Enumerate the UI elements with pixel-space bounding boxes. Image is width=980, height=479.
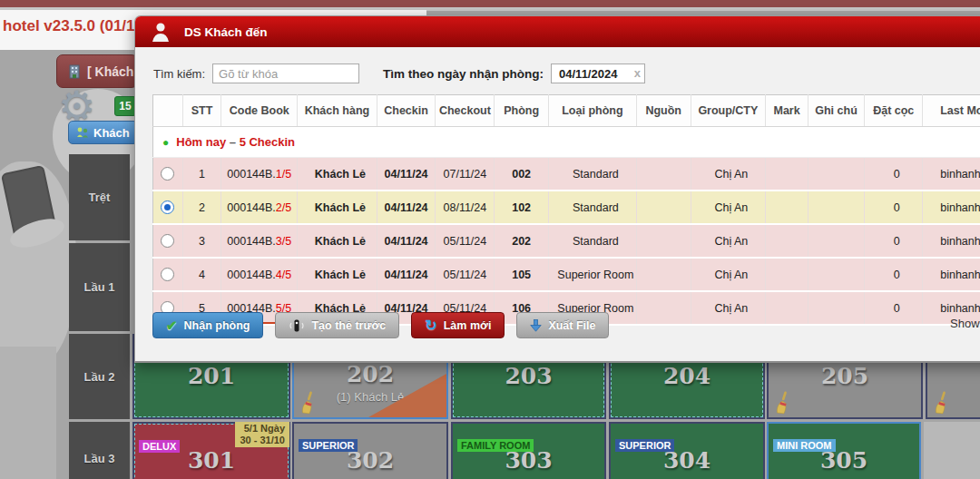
col-checkin[interactable]: Checkin xyxy=(377,95,436,127)
broom-icon xyxy=(298,391,318,415)
row-radio-checked[interactable] xyxy=(161,200,174,214)
cell-checkout: 07/11/24 xyxy=(436,158,495,191)
cell-source xyxy=(636,224,691,258)
cell-deposit: 0 xyxy=(865,291,923,325)
cell-checkout: 08/11/24 xyxy=(436,191,495,224)
cell-guest: Khách Lẻ xyxy=(298,224,377,258)
room-304[interactable]: SUPERIOR 304 xyxy=(609,422,765,479)
cell-note xyxy=(808,258,864,291)
room-301[interactable]: DELUX 5/1 Ngày 30 - 31/10 301 xyxy=(132,422,290,479)
cell-checkin: 04/11/24 xyxy=(377,224,436,258)
app-window: hotel v23.5.0 (01/11/2 [ Khách ⚙ 15 Khác… xyxy=(0,0,980,479)
table-header-row: STT Code Book Khách hàng Checkin Checkou… xyxy=(153,95,980,127)
cell-room-type: Standard xyxy=(548,191,636,224)
cell-note xyxy=(808,291,864,325)
top-red-bar xyxy=(0,0,980,7)
col-room[interactable]: Phòng xyxy=(495,95,549,127)
cell-mark xyxy=(766,291,808,325)
col-deposit[interactable]: Đặt cọc xyxy=(865,95,923,127)
col-source[interactable]: Nguồn xyxy=(636,95,691,127)
cell-checkout: 05/11/24 xyxy=(436,258,495,291)
cell-source xyxy=(636,158,691,191)
refresh-button[interactable]: ↻ Làm mới xyxy=(411,312,505,338)
col-stt[interactable]: STT xyxy=(182,95,221,127)
guest-button-label: Khách xyxy=(93,126,130,140)
room-303[interactable]: FAMILY ROOM 303 xyxy=(451,422,606,479)
guest-table: STT Code Book Khách hàng Checkin Checkou… xyxy=(152,94,980,326)
guest-arrival-dialog: DS Khách đến Tìm kiếm: Tìm theo ngày nhậ… xyxy=(134,15,980,363)
cell-checkin: 04/11/24 xyxy=(377,158,436,191)
cell-room: 102 xyxy=(495,191,549,224)
broom-icon xyxy=(772,391,792,415)
date-filter-input[interactable] xyxy=(551,64,645,83)
refresh-icon: ↻ xyxy=(425,318,436,333)
floor-label-tret[interactable]: Trệt xyxy=(69,154,130,240)
show-label: Show xyxy=(950,317,980,330)
download-arrow-icon xyxy=(530,319,542,332)
group-count: 5 Checkin xyxy=(240,135,295,149)
guest-row-2-selected[interactable]: 2 000144B.2/5 Khách Lẻ 04/11/24 08/11/24… xyxy=(153,191,980,224)
cell-source xyxy=(636,191,691,224)
col-group[interactable]: Group/CTY xyxy=(691,95,766,127)
check-icon: ✔ xyxy=(166,318,178,334)
clear-date-icon[interactable]: x xyxy=(634,66,641,80)
cell-stt: 2 xyxy=(182,191,221,224)
cell-deposit: 0 xyxy=(865,224,923,258)
cell-last-mod: binhanhote xyxy=(923,158,980,191)
create-card-button[interactable]: Tạo thẻ trước xyxy=(275,312,399,338)
cell-room-type: Standard xyxy=(548,158,636,191)
cell-stt: 1 xyxy=(182,158,221,191)
checkin-button[interactable]: ✔ Nhận phòng xyxy=(152,312,263,338)
cell-last-mod: binhanhote xyxy=(923,191,980,224)
dialog-header[interactable]: DS Khách đến xyxy=(135,16,980,47)
dialog-button-bar: ✔ Nhận phòng Tạo thẻ trước ↻ Làm mới Xuấ… xyxy=(152,312,609,338)
cell-mark xyxy=(766,158,808,191)
row-radio[interactable] xyxy=(161,167,174,181)
floor-label-lau3[interactable]: Lầu 3 xyxy=(69,422,130,479)
col-note[interactable]: Ghi chú xyxy=(808,95,864,127)
room-305-type-label: MINI ROOM xyxy=(773,439,836,452)
guest-row-3[interactable]: 3 000144B.3/5 Khách Lẻ 04/11/24 05/11/24… xyxy=(153,224,980,258)
cell-room-type: Superior Room xyxy=(548,258,636,291)
cell-last-mod: binhanhote xyxy=(923,224,980,258)
cell-room: 202 xyxy=(495,224,549,258)
floor-label-lau1[interactable]: Lầu 1 xyxy=(69,243,130,331)
room-304-type-label: SUPERIOR xyxy=(615,439,674,452)
room-301-type-label: DELUX xyxy=(139,440,180,453)
people-icon xyxy=(76,126,89,139)
cell-code: 000144B.3/5 xyxy=(221,224,298,258)
room-305[interactable]: MINI ROOM 305 xyxy=(767,422,921,479)
col-mark[interactable]: Mark xyxy=(766,95,808,127)
search-input[interactable] xyxy=(212,64,359,83)
cell-code: 000144B.4/5 xyxy=(221,258,298,291)
tab-khach-label: [ Khách xyxy=(87,64,133,79)
col-code-book[interactable]: Code Book xyxy=(221,95,298,127)
cell-code: 000144B.2/5 xyxy=(221,191,298,224)
room-302[interactable]: SUPERIOR 302 xyxy=(292,422,448,479)
group-title: Hôm nay xyxy=(176,135,226,149)
cell-deposit: 0 xyxy=(865,258,923,291)
cell-note xyxy=(808,191,864,224)
col-room-type[interactable]: Loại phòng xyxy=(548,95,636,127)
room-303-type-label: FAMILY ROOM xyxy=(457,439,534,452)
cell-mark xyxy=(766,258,808,291)
row-radio[interactable] xyxy=(161,268,174,281)
col-last-mod[interactable]: Last Mod xyxy=(923,95,980,127)
cell-mark xyxy=(766,224,808,258)
guest-row-1[interactable]: 1 000144B.1/5 Khách Lẻ 04/11/24 07/11/24… xyxy=(153,158,980,191)
cell-source xyxy=(636,291,691,325)
cell-checkin: 04/11/24 xyxy=(377,258,436,291)
export-file-button[interactable]: Xuất File xyxy=(516,312,609,338)
guest-row-4[interactable]: 4 000144B.4/5 Khách Lẻ 04/11/24 05/11/24… xyxy=(153,258,980,291)
row-radio[interactable] xyxy=(161,234,174,248)
col-checkout[interactable]: Checkout xyxy=(436,95,495,127)
cell-group: Chị An xyxy=(691,291,766,325)
cell-deposit: 0 xyxy=(865,158,923,191)
col-guest[interactable]: Khách hàng xyxy=(298,95,377,127)
cell-checkout: 05/11/24 xyxy=(436,224,495,258)
key-card-icon xyxy=(289,318,305,333)
guest-button[interactable]: Khách xyxy=(68,121,138,144)
cell-room: 105 xyxy=(495,258,549,291)
cell-stt: 3 xyxy=(182,224,221,258)
floor-label-lau2[interactable]: Lầu 2 xyxy=(69,334,130,419)
